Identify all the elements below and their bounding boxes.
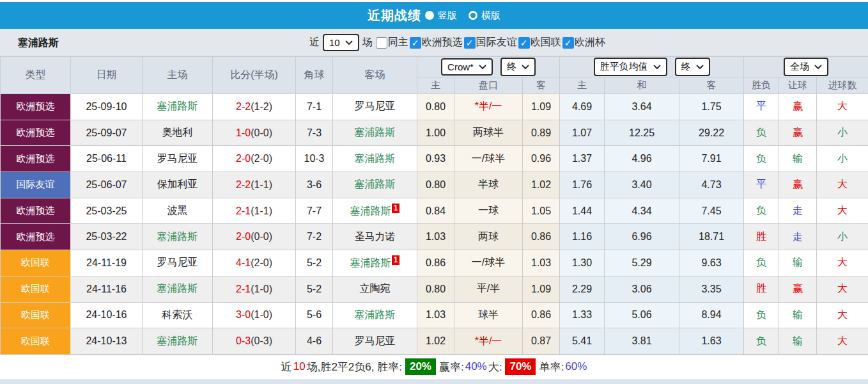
odds-company-select[interactable]: Crow* bbox=[441, 58, 493, 76]
away-odds: 1.05 bbox=[523, 198, 560, 224]
away-team-link[interactable]: 塞浦路斯 bbox=[355, 127, 396, 138]
away-odds: 1.09 bbox=[523, 276, 560, 302]
home-team-link[interactable]: 罗马尼亚 bbox=[157, 153, 198, 164]
checkbox-checked-icon[interactable]: ✓ bbox=[464, 37, 476, 49]
avg-lose-odds: 7.91 bbox=[679, 146, 744, 172]
home-team-link[interactable]: 塞浦路斯 bbox=[157, 283, 198, 294]
home-team-link[interactable]: 科索沃 bbox=[162, 309, 193, 320]
avg-time-value: 终 bbox=[681, 61, 691, 73]
subcol-avg-lose: 客 bbox=[679, 77, 744, 94]
avg-lose-odds: 4.73 bbox=[679, 172, 744, 198]
home-team-cell: 保加利亚 bbox=[143, 172, 213, 198]
radio-vertical-label[interactable]: 竖版 bbox=[438, 10, 457, 22]
half-time-score: (0-0) bbox=[251, 127, 272, 138]
avg-win-odds: 1.44 bbox=[560, 198, 605, 224]
radio-selected-icon[interactable] bbox=[425, 11, 434, 20]
recent-count-select[interactable]: 10 bbox=[323, 34, 359, 51]
checkbox-checked-icon[interactable]: ✓ bbox=[410, 37, 421, 49]
home-team-link[interactable]: 塞浦路斯 bbox=[157, 335, 198, 346]
half-time-score: (1-1) bbox=[251, 205, 272, 216]
half-time-score: (0-3) bbox=[251, 335, 272, 346]
col-header-type: 类型 bbox=[1, 57, 71, 94]
stat-chip: 70% bbox=[505, 358, 536, 375]
away-team-link[interactable]: 塞浦路斯 bbox=[355, 179, 396, 189]
away-team-link[interactable]: 罗马尼亚 bbox=[355, 100, 396, 111]
checkbox-unchecked-icon[interactable] bbox=[376, 37, 387, 49]
away-team-cell: 塞浦路斯1 bbox=[333, 250, 417, 276]
half-time-score: (1-0) bbox=[251, 284, 272, 294]
filter-label[interactable]: 欧洲杯 bbox=[575, 36, 605, 49]
odds-time-select[interactable]: 终 bbox=[500, 58, 536, 76]
result-goals: 小 bbox=[817, 146, 868, 172]
result-wdl: 负 bbox=[744, 328, 779, 355]
away-team-link[interactable]: 圣马力诺 bbox=[355, 231, 396, 242]
filter-item: ✓国际友谊 bbox=[464, 36, 517, 49]
away-team-link[interactable]: 罗马尼亚 bbox=[355, 335, 396, 346]
subcol-result-goals: 进球数 bbox=[817, 77, 868, 94]
home-team-cell: 科索沃 bbox=[143, 302, 213, 328]
handicap-line: 平/半 bbox=[454, 276, 523, 302]
score-cell: 2-0(0-0) bbox=[213, 224, 296, 250]
home-team-link[interactable]: 塞浦路斯 bbox=[157, 231, 198, 242]
filter-label[interactable]: 同主 bbox=[388, 36, 408, 49]
result-handicap: 走 bbox=[779, 224, 817, 250]
filter-label[interactable]: 欧国联 bbox=[531, 36, 561, 49]
away-odds: 0.96 bbox=[523, 146, 560, 172]
table-row: 欧国联24-11-16塞浦路斯2-1(1-0)5-2立陶宛0.80平/半1.09… bbox=[1, 276, 868, 302]
result-handicap: 赢 bbox=[779, 276, 817, 302]
red-card-badge: 1 bbox=[392, 255, 400, 265]
home-team-link[interactable]: 奥地利 bbox=[162, 127, 193, 138]
away-team-link[interactable]: 塞浦路斯 bbox=[350, 205, 391, 216]
stat-text: 场,胜2平2负6, 胜率: bbox=[307, 360, 402, 374]
result-goals: 大 bbox=[817, 94, 868, 120]
table-row: 欧洲预选25-09-10塞浦路斯2-2(1-2)7-1罗马尼亚0.80*半/一1… bbox=[1, 94, 868, 120]
filter-item: ✓欧洲预选 bbox=[410, 36, 463, 49]
col-header-away: 客场 bbox=[333, 57, 417, 94]
corner-score: 10-3 bbox=[296, 146, 333, 172]
result-goals: 小 bbox=[817, 224, 868, 250]
table-row: 欧国联24-10-16科索沃3-0(1-0)5-6塞浦路斯1.03球半0.861… bbox=[1, 302, 868, 328]
radio-horizontal-label[interactable]: 横版 bbox=[481, 10, 500, 22]
stat-text: 10 bbox=[293, 360, 306, 373]
home-team-link[interactable]: 波黑 bbox=[167, 205, 188, 216]
away-team-link[interactable]: 塞浦路斯 bbox=[350, 258, 391, 269]
result-goals: 大 bbox=[817, 172, 868, 198]
avg-draw-odds: 5.06 bbox=[605, 302, 679, 328]
match-scope-select[interactable]: 全场 bbox=[784, 58, 828, 76]
avg-time-select[interactable]: 终 bbox=[675, 58, 710, 76]
avg-draw-odds: 4.96 bbox=[605, 146, 679, 172]
away-team-link[interactable]: 立陶宛 bbox=[360, 283, 391, 294]
result-handicap: 输 bbox=[779, 328, 817, 355]
chevron-down-icon bbox=[479, 65, 486, 69]
checkbox-checked-icon[interactable]: ✓ bbox=[562, 37, 574, 49]
avg-odds-select[interactable]: 胜平负均值 bbox=[594, 58, 667, 76]
chevron-down-icon bbox=[696, 65, 704, 69]
full-time-score: 3-0 bbox=[236, 309, 251, 320]
odds-company-value: Crow* bbox=[447, 61, 474, 72]
competition-type-cell: 欧洲预选 bbox=[1, 146, 71, 172]
competition-type-cell: 国际友谊 bbox=[1, 172, 71, 198]
filter-controls: 近 10 场 同主✓欧洲预选✓国际友谊✓欧国联✓欧洲杯 bbox=[309, 29, 605, 56]
filter-label[interactable]: 欧洲预选 bbox=[422, 36, 463, 49]
radio-vertical-layout[interactable]: 竖版 bbox=[425, 10, 457, 22]
result-wdl: 负 bbox=[744, 198, 779, 224]
home-team-link[interactable]: 罗马尼亚 bbox=[157, 257, 198, 268]
corner-score: 7-7 bbox=[296, 198, 333, 224]
handicap-line: 半球 bbox=[454, 172, 523, 198]
table-row: 欧国联24-10-13塞浦路斯0-3(0-3)4-6罗马尼亚1.02*半/一0.… bbox=[1, 328, 868, 355]
away-team-link[interactable]: 塞浦路斯 bbox=[355, 153, 396, 164]
away-odds: 1.03 bbox=[523, 250, 560, 276]
filter-label[interactable]: 国际友谊 bbox=[476, 36, 517, 49]
corner-score: 4-6 bbox=[296, 328, 333, 355]
result-wdl: 平 bbox=[744, 172, 779, 198]
home-team-link[interactable]: 塞浦路斯 bbox=[157, 100, 198, 111]
score-cell: 2-2(1-2) bbox=[213, 94, 296, 120]
away-team-link[interactable]: 塞浦路斯 bbox=[355, 309, 396, 320]
result-wdl: 负 bbox=[744, 250, 779, 276]
radio-unselected-icon[interactable] bbox=[469, 11, 477, 20]
match-date: 24-11-19 bbox=[71, 250, 143, 276]
radio-horizontal-layout[interactable]: 横版 bbox=[469, 10, 500, 22]
handicap-line: 球半 bbox=[454, 302, 523, 328]
checkbox-checked-icon[interactable]: ✓ bbox=[518, 37, 530, 49]
home-team-link[interactable]: 保加利亚 bbox=[157, 179, 198, 189]
